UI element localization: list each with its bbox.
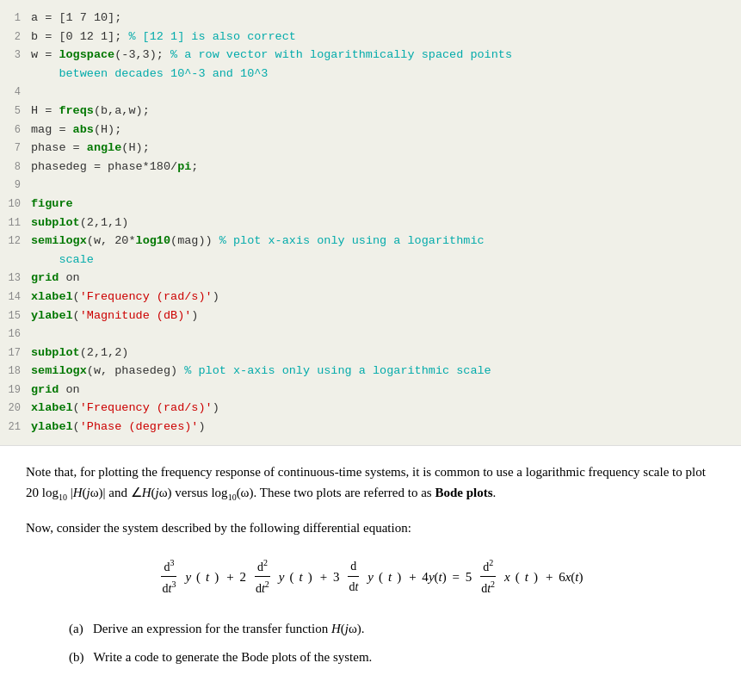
code-line-13: 13 grid on	[0, 269, 741, 288]
code-line-4: 4	[0, 83, 741, 102]
fraction-d2a: d2 dt2	[253, 556, 272, 598]
fraction-d3: d3 dt3	[160, 556, 179, 598]
paragraph-1: Note that, for plotting the frequency re…	[26, 462, 715, 505]
code-line-5: 5 H = freqs(b,a,w);	[0, 102, 741, 121]
list-item-a: (a) Derive an expression for the transfe…	[69, 618, 689, 640]
code-line-2: 2 b = [0 12 1]; % [12 1] is also correct	[0, 28, 741, 46]
code-line-1: 1 a = [1 7 10];	[0, 9, 741, 28]
code-line-9: 9	[0, 176, 741, 195]
code-line-19: 19 grid on	[0, 381, 741, 400]
code-line-7: 7 phase = angle(H);	[0, 139, 741, 158]
fraction-d1: d dt	[346, 557, 361, 596]
prose-section: Note that, for plotting the frequency re…	[0, 446, 741, 699]
paragraph-2: Now, consider the system described by th…	[26, 517, 715, 539]
code-line-11: 11 subplot(2,1,1)	[0, 214, 741, 232]
code-line-16: 16	[0, 325, 741, 344]
list-item-b: (b) Write a code to generate the Bode pl…	[69, 647, 689, 668]
code-line-14: 14 xlabel('Frequency (rad/s)')	[0, 288, 741, 307]
code-block: 1 a = [1 7 10]; 2 b = [0 12 1]; % [12 1]…	[0, 0, 741, 446]
code-line-3b: between decades 10^-3 and 10^3	[0, 65, 741, 84]
code-line-3: 3 w = logspace(-3,3); % a row vector wit…	[0, 46, 741, 65]
code-line-20: 20 xlabel('Frequency (rad/s)')	[0, 399, 741, 418]
bode-plots-bold: Bode plots	[435, 486, 492, 499]
equation-block: d3 dt3 y(t) + 2 d2 dt2 y(t) + 3 d dt y(t…	[26, 556, 715, 598]
code-line-17: 17 subplot(2,1,2)	[0, 344, 741, 362]
code-line-8: 8 phasedeg = phase*180/pi;	[0, 158, 741, 177]
code-line-12: 12 semilogx(w, 20*log10(mag)) % plot x-a…	[0, 232, 741, 251]
code-line-21: 21 ylabel('Phase (degrees)')	[0, 418, 741, 437]
code-line-12b: scale	[0, 251, 741, 269]
code-line-18: 18 semilogx(w, phasedeg) % plot x-axis o…	[0, 362, 741, 381]
fraction-d2b: d2 dt2	[479, 556, 497, 598]
code-line-6: 6 mag = abs(H);	[0, 121, 741, 139]
code-line-10: 10 figure	[0, 195, 741, 214]
code-line-15: 15 ylabel('Magnitude (dB)')	[0, 307, 741, 325]
list-items: (a) Derive an expression for the transfe…	[26, 618, 715, 691]
